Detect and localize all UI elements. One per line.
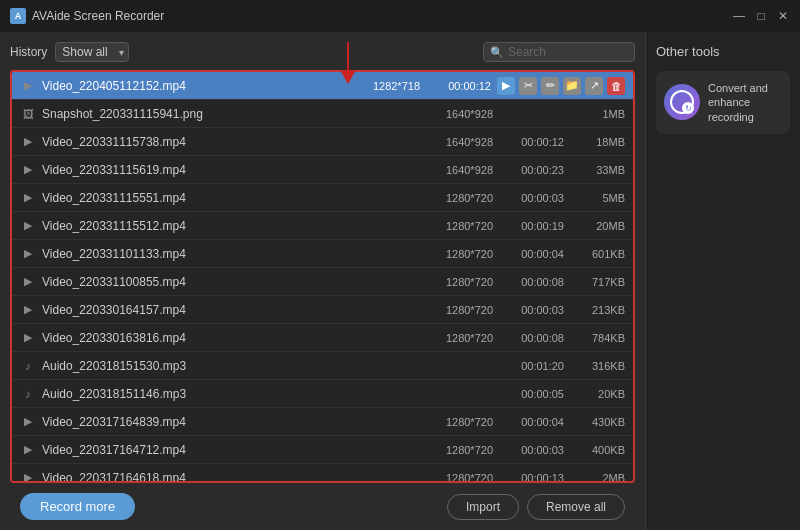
- tool-icon-arrow: ↻: [682, 102, 694, 114]
- video-icon: ▶: [20, 190, 36, 206]
- file-size: 717KB: [570, 276, 625, 288]
- video-icon: ▶: [20, 246, 36, 262]
- file-resolution: 1280*720: [403, 472, 493, 484]
- title-bar-controls: — □ ✕: [732, 9, 790, 23]
- file-size: 20KB: [570, 388, 625, 400]
- table-row[interactable]: ▶Video_220317164618.mp41280*72000:00:132…: [12, 464, 633, 483]
- main-layout: History Show all Videos Images Audio 🔍 ▶…: [0, 32, 800, 530]
- file-name: Auido_220318151530.mp3: [42, 359, 397, 373]
- tool-label: Convert andenhance recording: [708, 81, 782, 124]
- table-row[interactable]: ▶Video_220331115738.mp41640*92800:00:121…: [12, 128, 633, 156]
- file-resolution: 1280*720: [403, 416, 493, 428]
- file-duration: 00:00:08: [499, 276, 564, 288]
- remove-all-button[interactable]: Remove all: [527, 494, 625, 520]
- file-name: Snapshot_220331115941.png: [42, 107, 397, 121]
- video-icon: ▶: [20, 78, 36, 94]
- file-size: 5MB: [570, 192, 625, 204]
- file-resolution: 1282*718: [330, 80, 420, 92]
- file-list: ▶Video_220405112152.mp41282*71800:00:12▶…: [10, 70, 635, 483]
- table-row[interactable]: ♪Auido_220318151530.mp300:01:20316KB: [12, 352, 633, 380]
- file-size: 2MB: [570, 472, 625, 484]
- file-duration: 00:00:04: [499, 416, 564, 428]
- file-name: Video_220330163816.mp4: [42, 331, 397, 345]
- file-name: Video_220331115551.mp4: [42, 191, 397, 205]
- toolbar: History Show all Videos Images Audio 🔍: [10, 42, 635, 62]
- table-row[interactable]: ▶Video_220317164712.mp41280*72000:00:034…: [12, 436, 633, 464]
- close-button[interactable]: ✕: [776, 9, 790, 23]
- minimize-button[interactable]: —: [732, 9, 746, 23]
- history-label: History: [10, 45, 47, 59]
- file-size: 784KB: [570, 332, 625, 344]
- tool-icon: ↻: [664, 84, 700, 120]
- cut-button[interactable]: ✂: [519, 77, 537, 95]
- file-duration: 00:00:03: [499, 192, 564, 204]
- file-resolution: 1280*720: [403, 304, 493, 316]
- file-duration: 00:00:03: [499, 304, 564, 316]
- file-resolution: 1280*720: [403, 276, 493, 288]
- title-bar-left: A AVAide Screen Recorder: [10, 8, 164, 24]
- file-duration: 00:00:12: [499, 136, 564, 148]
- file-resolution: 1640*928: [403, 136, 493, 148]
- file-name: Video_220331101133.mp4: [42, 247, 397, 261]
- search-input[interactable]: [508, 45, 628, 59]
- table-row[interactable]: ▶Video_220331115619.mp41640*92800:00:233…: [12, 156, 633, 184]
- video-icon: ▶: [20, 134, 36, 150]
- file-size: 20MB: [570, 220, 625, 232]
- maximize-button[interactable]: □: [754, 9, 768, 23]
- file-resolution: 1280*720: [403, 444, 493, 456]
- file-size: 1MB: [570, 108, 625, 120]
- left-panel: History Show all Videos Images Audio 🔍 ▶…: [0, 32, 645, 530]
- table-row[interactable]: ▶Video_220330163816.mp41280*72000:00:087…: [12, 324, 633, 352]
- file-size: 213KB: [570, 304, 625, 316]
- audio-icon: ♪: [20, 386, 36, 402]
- file-size: 18MB: [570, 136, 625, 148]
- video-icon: ▶: [20, 302, 36, 318]
- history-select[interactable]: Show all Videos Images Audio: [55, 42, 129, 62]
- file-size: 430KB: [570, 416, 625, 428]
- table-row[interactable]: ▶Video_220331115551.mp41280*72000:00:035…: [12, 184, 633, 212]
- table-row[interactable]: 🖼Snapshot_220331115941.png1640*9281MB: [12, 100, 633, 128]
- file-name: Video_220317164712.mp4: [42, 443, 397, 457]
- file-resolution: 1640*928: [403, 108, 493, 120]
- file-size: 400KB: [570, 444, 625, 456]
- file-name: Auido_220318151146.mp3: [42, 387, 397, 401]
- folder-button[interactable]: 📁: [563, 77, 581, 95]
- file-duration: 00:00:19: [499, 220, 564, 232]
- play-button[interactable]: ▶: [497, 77, 515, 95]
- file-name: Video_220405112152.mp4: [42, 79, 324, 93]
- table-row[interactable]: ▶Video_220330164157.mp41280*72000:00:032…: [12, 296, 633, 324]
- convert-enhance-tool[interactable]: ↻ Convert andenhance recording: [656, 71, 790, 134]
- right-panel: Other tools ↻ Convert andenhance recordi…: [645, 32, 800, 530]
- delete-button[interactable]: 🗑: [607, 77, 625, 95]
- app-icon: A: [10, 8, 26, 24]
- audio-icon: ♪: [20, 358, 36, 374]
- app-title: AVAide Screen Recorder: [32, 9, 164, 23]
- share-button[interactable]: ↗: [585, 77, 603, 95]
- history-select-wrapper[interactable]: Show all Videos Images Audio: [55, 42, 129, 62]
- table-row[interactable]: ▶Video_220317164839.mp41280*72000:00:044…: [12, 408, 633, 436]
- record-more-button[interactable]: Record more: [20, 493, 135, 520]
- image-icon: 🖼: [20, 106, 36, 122]
- table-row[interactable]: ♪Auido_220318151146.mp300:00:0520KB: [12, 380, 633, 408]
- file-name: Video_220331115738.mp4: [42, 135, 397, 149]
- edit-button[interactable]: ✏: [541, 77, 559, 95]
- file-duration: 00:00:12: [426, 80, 491, 92]
- table-row[interactable]: ▶Video_220405112152.mp41282*71800:00:12▶…: [12, 72, 633, 100]
- file-name: Video_220331115619.mp4: [42, 163, 397, 177]
- file-resolution: 1280*720: [403, 192, 493, 204]
- row-actions: ▶✂✏📁↗🗑: [497, 77, 625, 95]
- file-size: 316KB: [570, 360, 625, 372]
- file-duration: 00:00:03: [499, 444, 564, 456]
- video-icon: ▶: [20, 470, 36, 484]
- file-duration: 00:00:08: [499, 332, 564, 344]
- table-row[interactable]: ▶Video_220331101133.mp41280*72000:00:046…: [12, 240, 633, 268]
- import-button[interactable]: Import: [447, 494, 519, 520]
- table-row[interactable]: ▶Video_220331100855.mp41280*72000:00:087…: [12, 268, 633, 296]
- file-name: Video_220331115512.mp4: [42, 219, 397, 233]
- right-panel-title: Other tools: [656, 44, 790, 59]
- file-size: 601KB: [570, 248, 625, 260]
- table-row[interactable]: ▶Video_220331115512.mp41280*72000:00:192…: [12, 212, 633, 240]
- file-resolution: 1280*720: [403, 220, 493, 232]
- video-icon: ▶: [20, 162, 36, 178]
- file-resolution: 1280*720: [403, 332, 493, 344]
